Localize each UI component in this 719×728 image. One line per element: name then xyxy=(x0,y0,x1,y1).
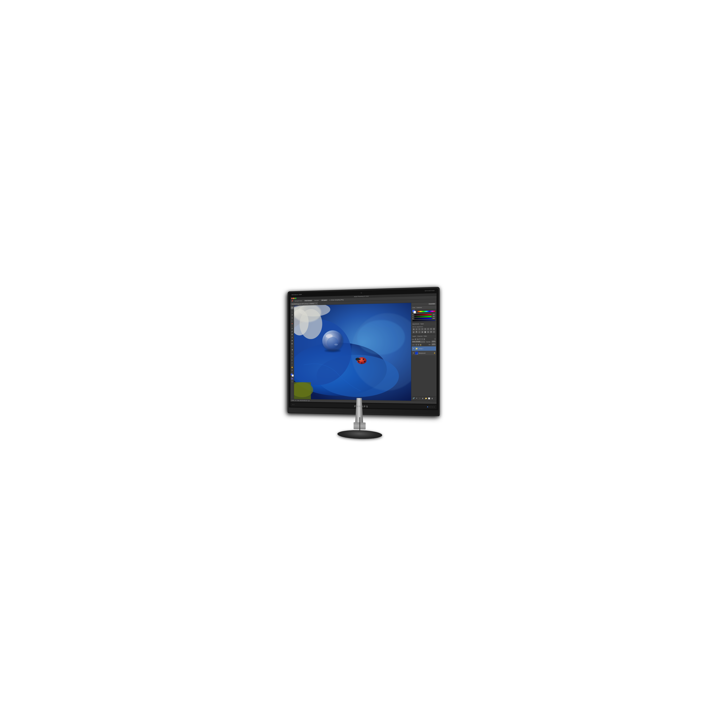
invert-icon[interactable]: ◕ xyxy=(421,331,424,333)
type-filter-icon[interactable]: T xyxy=(419,338,421,340)
selective-color-icon[interactable]: ◌ xyxy=(433,330,435,333)
adjustments-panel-header[interactable]: Adjustments Styles xyxy=(411,322,436,326)
dodge-tool[interactable]: ◑ xyxy=(291,348,294,351)
eraser-tool[interactable]: ■ xyxy=(291,339,294,342)
brush-tool[interactable]: 🖌 xyxy=(291,330,294,333)
blend-mode-dropdown[interactable]: Pass Through xyxy=(412,340,425,343)
photo-filter-icon[interactable]: ◖ xyxy=(412,331,415,333)
shape-filter-icon[interactable]: □ xyxy=(421,338,423,340)
styles-label[interactable]: Styles xyxy=(420,323,424,324)
blue-value[interactable]: 101 xyxy=(432,318,435,319)
history-brush-tool[interactable]: ↺ xyxy=(291,336,294,339)
canvas[interactable] xyxy=(294,303,411,401)
background-color[interactable] xyxy=(292,375,294,376)
maximize-button[interactable] xyxy=(295,297,296,299)
layers-panel: Layers Channels Paths Kind ■ xyxy=(411,334,436,401)
layer-eye-icon-2[interactable]: 👁 xyxy=(413,352,414,354)
gradient-tool[interactable]: ▤ xyxy=(291,342,294,345)
channel-mixer-icon[interactable]: ≣ xyxy=(415,331,418,333)
fill-value[interactable]: 100% xyxy=(431,343,436,346)
smart-filter-icon[interactable]: ⌘ xyxy=(423,338,425,340)
fg-bg-color[interactable] xyxy=(291,373,294,376)
paths-label[interactable]: Paths xyxy=(424,335,427,336)
marquee-tool[interactable]: □ xyxy=(291,310,294,313)
green-value[interactable]: 37 xyxy=(432,315,435,317)
levels-icon[interactable]: ≡ xyxy=(415,328,418,330)
clone-stamp-tool[interactable]: ⌘ xyxy=(291,333,294,336)
type-tool[interactable]: T xyxy=(291,356,294,358)
background-swatch[interactable] xyxy=(413,311,416,314)
fg-bg-swatches[interactable] xyxy=(412,310,416,314)
close-button[interactable] xyxy=(291,298,292,299)
hsl-icon[interactable]: ⬡ xyxy=(427,328,429,330)
layer-eye-icon[interactable]: 👁 xyxy=(413,347,414,349)
dot-1 xyxy=(292,404,293,405)
gradient-map-icon[interactable]: ▤ xyxy=(430,330,432,333)
layer-background[interactable]: 👁 Background 🔒 xyxy=(412,351,436,355)
essentials-button[interactable]: Essentials xyxy=(428,303,436,305)
shape-tool[interactable]: □ xyxy=(291,362,294,364)
vibrance-icon[interactable]: ★ xyxy=(424,328,427,330)
adj-filter-icon[interactable]: ◑ xyxy=(417,338,419,340)
show-sampling-ring-option[interactable]: ✓ Show Sampling Ring xyxy=(329,299,343,301)
eyedropper-tool[interactable]: 📍 xyxy=(291,323,294,326)
add-style-icon[interactable]: ♥ xyxy=(415,397,418,399)
blue-slider[interactable] xyxy=(414,318,431,319)
swatches-panel-label[interactable]: Swatches xyxy=(416,307,422,308)
red-slider[interactable] xyxy=(414,314,431,315)
new-fill-adj-icon[interactable]: ◐ xyxy=(422,397,424,399)
crop-tool[interactable]: ⛶ xyxy=(291,320,294,322)
menu-item-sample[interactable]: Sample Size: xyxy=(295,300,302,301)
layers-label[interactable]: Layers xyxy=(412,335,416,336)
minimize-button[interactable] xyxy=(293,297,295,299)
power-dot[interactable] xyxy=(427,406,428,407)
pixel-filter-icon[interactable]: ■ xyxy=(415,338,416,340)
blur-tool[interactable]: ○ xyxy=(291,345,294,348)
lasso-tool[interactable]: ⥀ xyxy=(291,314,294,316)
posterize-icon[interactable]: █ xyxy=(424,330,427,333)
add-mask-icon[interactable]: □ xyxy=(418,397,421,399)
color-panel-header[interactable]: Color Swatches xyxy=(411,305,436,309)
screen-mode-toggle[interactable]: ☐ xyxy=(291,380,294,383)
opacity-value[interactable]: 100% xyxy=(431,340,436,343)
lock-position-icon[interactable]: ✦ xyxy=(418,344,419,346)
brightness-contrast-icon[interactable]: ◑ xyxy=(412,328,415,330)
path-select-tool[interactable]: ▸ xyxy=(291,358,294,361)
add-adjustment-label: Add an adjustment xyxy=(412,326,435,327)
color-lookup-icon[interactable]: │ xyxy=(418,331,421,333)
delete-layer-icon[interactable]: 🗑 xyxy=(431,397,433,400)
hand-tool[interactable]: ✋ xyxy=(291,366,294,369)
zoom-level: 100% xyxy=(291,400,294,401)
lock-all-icon[interactable]: 🔒 xyxy=(420,344,421,346)
green-slider[interactable] xyxy=(414,316,431,317)
sampling-ring-checkbox[interactable]: ✓ xyxy=(329,299,330,301)
color-balance-icon[interactable]: ⊕ xyxy=(430,328,432,330)
color-spectrum-bar[interactable] xyxy=(417,310,435,312)
threshold-icon[interactable]: ■ xyxy=(427,330,429,333)
tab-close[interactable]: ✕ xyxy=(315,303,317,304)
red-channel-row: R 27 xyxy=(412,314,435,315)
sample-size-value[interactable]: Point Sample xyxy=(304,300,312,301)
link-layers-icon[interactable]: 🔗 xyxy=(412,397,415,399)
move-tool[interactable]: ✦ xyxy=(291,306,294,309)
exposure-icon[interactable]: ☉ xyxy=(421,328,424,330)
channels-label[interactable]: Channels xyxy=(417,335,422,337)
bw-icon[interactable]: ▤ xyxy=(433,327,435,330)
filter-toggle[interactable] xyxy=(434,338,436,340)
zoom-tool[interactable]: ⚲ xyxy=(291,369,294,372)
red-label: R xyxy=(412,314,414,315)
new-layer-icon[interactable]: ⬜ xyxy=(428,397,430,400)
curves-icon[interactable]: ∿ xyxy=(418,328,421,330)
red-value[interactable]: 27 xyxy=(432,314,435,315)
healing-brush-tool[interactable]: ◎ xyxy=(291,327,294,330)
opacity-label: Opacity: xyxy=(426,341,431,342)
new-group-icon[interactable]: 📁 xyxy=(424,397,427,399)
color-ramp[interactable] xyxy=(412,320,435,321)
layer-group-1[interactable]: 👁 📁 Group 1 xyxy=(412,346,436,350)
quick-mask-toggle[interactable]: ■ xyxy=(291,377,294,380)
sample-value[interactable]: All Layers xyxy=(321,299,327,301)
document-tab[interactable]: 461409409.jpg @ 100% (Group 1, RGB/8#) *… xyxy=(290,302,318,306)
lock-pixels-icon[interactable]: ☐ xyxy=(415,344,417,346)
quick-select-tool[interactable]: ✳ xyxy=(291,317,294,320)
pen-tool[interactable]: ✎ xyxy=(291,352,294,355)
